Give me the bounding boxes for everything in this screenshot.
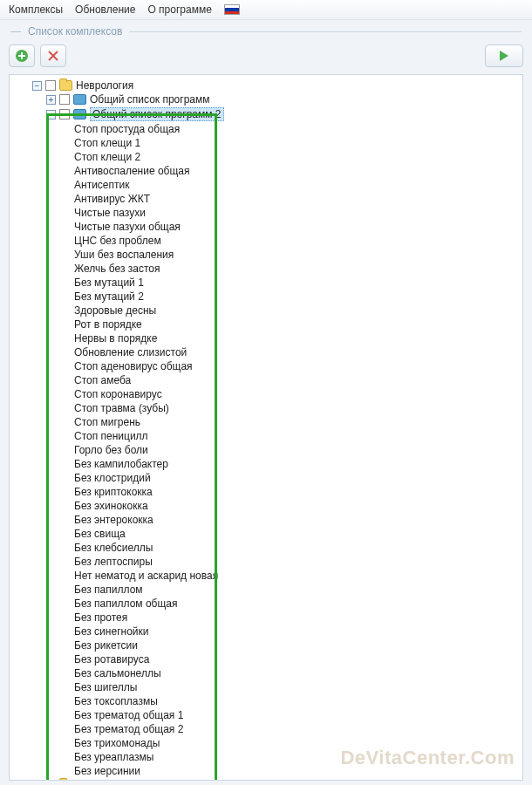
checkbox[interactable] bbox=[45, 80, 56, 91]
tree-leaf[interactable]: Без иерсинии bbox=[10, 764, 522, 778]
checkbox[interactable] bbox=[59, 109, 70, 119]
tree-leaf[interactable]: Без трематод общая 2 bbox=[10, 722, 522, 736]
collapse-icon[interactable]: − bbox=[46, 110, 56, 119]
tree-leaf-label: Без ротавируса bbox=[74, 653, 149, 666]
tree-leaf-label: Без рикетсии bbox=[74, 639, 138, 652]
program-list-icon bbox=[73, 109, 86, 119]
tree-leaf[interactable]: Без эхинококка bbox=[10, 499, 522, 513]
tree-leaf[interactable]: Обновление слизистой bbox=[10, 345, 522, 359]
tree-node[interactable]: + Общий список программ bbox=[10, 92, 522, 106]
section-title-label: Список комплексов bbox=[28, 25, 122, 38]
tree-leaf[interactable]: Нервы в порядке bbox=[10, 331, 522, 345]
tree-leaf[interactable]: Уши без воспаления bbox=[10, 248, 522, 262]
tree-leaf[interactable]: Без папиллом общая bbox=[10, 597, 522, 611]
tree-leaf-label: Уши без воспаления bbox=[74, 249, 174, 261]
tree-leaf-label: Без эхинококка bbox=[74, 500, 148, 512]
tree-leaf[interactable]: Здоровые десны bbox=[10, 304, 522, 317]
tree-leaf[interactable]: Стоп коронавирус bbox=[10, 387, 522, 401]
tree-leaf[interactable]: ЦНС без проблем bbox=[10, 234, 522, 248]
tree-leaf[interactable]: Стоп клещи 1 bbox=[10, 136, 522, 150]
tree-leaf[interactable]: Без энтерококка bbox=[10, 513, 522, 527]
x-icon bbox=[48, 51, 58, 61]
tree-leaf-label: Без уреаплазмы bbox=[74, 751, 153, 763]
tree-leaf-label: Без свища bbox=[74, 528, 126, 540]
tree-leaf-label: Желчь без застоя bbox=[74, 263, 160, 275]
tree-node-selected[interactable]: − Общий список программ 2 bbox=[10, 106, 522, 122]
tree-leaf[interactable]: Без синегнойки bbox=[10, 625, 522, 638]
tree-leaf[interactable]: Без лептоспиры bbox=[10, 555, 522, 569]
toolbar bbox=[0, 41, 532, 74]
tree-leaf-label: Чистые пазухи общая bbox=[74, 221, 181, 233]
tree-leaf-label: Нет нематод и аскарид новая bbox=[74, 570, 218, 582]
delete-button[interactable] bbox=[40, 44, 66, 67]
tree-leaf-label: Антивирус ЖКТ bbox=[74, 193, 150, 205]
tree-leaf[interactable]: Без шигеллы bbox=[10, 680, 522, 694]
tree-leaf[interactable]: Стоп аденовирус общая bbox=[10, 359, 522, 373]
tree-leaf[interactable]: Без протея bbox=[10, 611, 522, 625]
tree-leaf[interactable]: Без мутаций 2 bbox=[10, 290, 522, 304]
tree-leaf[interactable]: Без свища bbox=[10, 527, 522, 541]
tree-leaf-label: Без клебсиеллы bbox=[74, 542, 153, 554]
tree-leaf[interactable]: Стоп пеницилл bbox=[10, 429, 522, 443]
expand-icon[interactable]: + bbox=[32, 781, 42, 782]
tree-leaf[interactable]: Без трематод общая 1 bbox=[10, 708, 522, 722]
tree-leaf[interactable]: Без кампилобактер bbox=[10, 457, 522, 471]
tree-leaf[interactable]: Чистые пазухи bbox=[10, 206, 522, 220]
tree-leaf[interactable]: Стоп травма (зубы) bbox=[10, 401, 522, 415]
tree-leaf-label: Без трематод общая 2 bbox=[74, 723, 183, 735]
tree-leaf[interactable]: Без мутаций 1 bbox=[10, 276, 522, 290]
menu-item-complexes[interactable]: Комплексы bbox=[9, 3, 63, 16]
folder-icon bbox=[59, 80, 72, 91]
tree-leaf[interactable]: Нет нематод и аскарид новая bbox=[10, 569, 522, 583]
collapse-icon[interactable]: − bbox=[32, 81, 42, 91]
tree-leaf[interactable]: Антивоспаление общая bbox=[10, 164, 522, 178]
tree-leaf[interactable]: Без токсоплазмы bbox=[10, 694, 522, 708]
expand-icon[interactable]: + bbox=[46, 95, 56, 105]
tree-leaf[interactable]: Без ротавируса bbox=[10, 652, 522, 666]
tree-leaf-label: Без мутаций 1 bbox=[74, 276, 144, 289]
checkbox[interactable] bbox=[59, 94, 70, 105]
tree-leaf[interactable]: Без трихомонады bbox=[10, 736, 522, 750]
tree-leaf[interactable]: Чистые пазухи общая bbox=[10, 220, 522, 234]
menubar: Комплексы Обновление О программе bbox=[0, 0, 532, 20]
tree-leaf[interactable]: Без криптококка bbox=[10, 485, 522, 499]
tree-leaf[interactable]: Без сальмонеллы bbox=[10, 666, 522, 680]
checkbox[interactable] bbox=[45, 780, 56, 781]
tree-node[interactable]: + Офтальмология bbox=[10, 778, 522, 781]
tree-node-label: Общий список программ bbox=[90, 93, 209, 106]
program-list-icon bbox=[73, 94, 86, 105]
tree-leaf[interactable]: Стоп амеба bbox=[10, 373, 522, 387]
tree-leaf[interactable]: Стоп простуда общая bbox=[10, 122, 522, 136]
tree-leaf[interactable]: Стоп мигрень bbox=[10, 415, 522, 429]
tree-view[interactable]: − Неврология + Общий список программ − О… bbox=[9, 74, 523, 781]
tree-leaf[interactable]: Без папиллом bbox=[10, 583, 522, 597]
tree-leaf-label: Стоп травма (зубы) bbox=[74, 402, 169, 414]
tree-node-label: Неврология bbox=[76, 79, 133, 92]
tree-node[interactable]: − Неврология bbox=[10, 78, 522, 92]
tree-leaf-label: Стоп пеницилл bbox=[74, 430, 148, 442]
tree-leaf[interactable]: Желчь без застоя bbox=[10, 262, 522, 276]
tree-leaf[interactable]: Антивирус ЖКТ bbox=[10, 192, 522, 206]
tree-leaf-label: Стоп аденовирус общая bbox=[74, 360, 193, 372]
add-button[interactable] bbox=[9, 44, 35, 67]
tree-leaf[interactable]: Без рикетсии bbox=[10, 638, 522, 652]
tree-leaf-label: Антивоспаление общая bbox=[74, 165, 190, 177]
forward-button[interactable] bbox=[485, 44, 523, 67]
tree-leaf[interactable]: Антисептик bbox=[10, 178, 522, 192]
menu-item-update[interactable]: Обновление bbox=[75, 3, 135, 16]
tree-leaf[interactable]: Без клебсиеллы bbox=[10, 541, 522, 555]
tree-leaf-label: Здоровые десны bbox=[74, 304, 156, 317]
tree-leaf-label: Нервы в порядке bbox=[74, 332, 157, 345]
tree-leaf-label: Без лептоспиры bbox=[74, 556, 153, 568]
tree-leaf-label: Без шигеллы bbox=[74, 681, 137, 693]
tree-leaf-label: Без токсоплазмы bbox=[74, 695, 158, 707]
russian-flag-icon[interactable] bbox=[224, 4, 240, 15]
folder-icon bbox=[59, 780, 72, 781]
menu-item-about[interactable]: О программе bbox=[147, 3, 211, 16]
tree-leaf[interactable]: Горло без боли bbox=[10, 443, 522, 457]
tree-leaf[interactable]: Без уреаплазмы bbox=[10, 750, 522, 764]
tree-node-label: Офтальмология bbox=[76, 779, 154, 781]
tree-leaf[interactable]: Без клостридий bbox=[10, 471, 522, 485]
tree-leaf[interactable]: Стоп клещи 2 bbox=[10, 150, 522, 164]
tree-leaf[interactable]: Рот в порядке bbox=[10, 317, 522, 331]
